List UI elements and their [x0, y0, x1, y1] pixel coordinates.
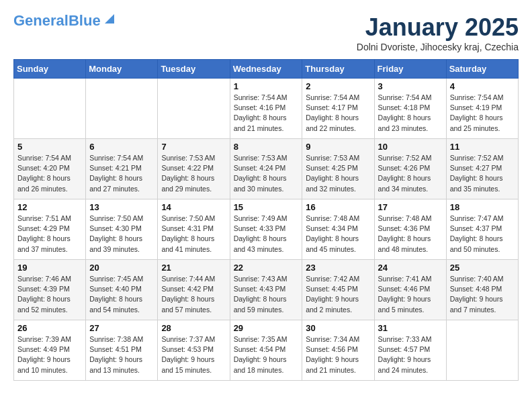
day-number: 16: [306, 202, 370, 212]
day-number: 9: [306, 142, 370, 152]
day-number: 7: [161, 142, 226, 152]
calendar-cell: 9Sunrise: 7:53 AM Sunset: 4:25 PM Daylig…: [302, 139, 374, 199]
page-header: GeneralBlue January 2025 Dolni Dvoriste,…: [13, 13, 519, 52]
logo-text: GeneralBlue: [13, 13, 101, 28]
day-info: Sunrise: 7:46 AM Sunset: 4:39 PM Dayligh…: [17, 274, 82, 315]
calendar-cell: 25Sunrise: 7:40 AM Sunset: 4:48 PM Dayli…: [446, 260, 518, 320]
day-number: 1: [234, 81, 299, 91]
calendar-cell: 23Sunrise: 7:42 AM Sunset: 4:45 PM Dayli…: [302, 260, 374, 320]
day-info: Sunrise: 7:40 AM Sunset: 4:48 PM Dayligh…: [450, 274, 515, 315]
day-info: Sunrise: 7:38 AM Sunset: 4:51 PM Dayligh…: [89, 334, 154, 375]
logo-icon: [102, 11, 117, 26]
calendar-cell: 28Sunrise: 7:37 AM Sunset: 4:53 PM Dayli…: [158, 320, 230, 381]
day-info: Sunrise: 7:47 AM Sunset: 4:37 PM Dayligh…: [450, 214, 515, 255]
calendar-cell: [14, 79, 86, 139]
calendar-body: 1Sunrise: 7:54 AM Sunset: 4:16 PM Daylig…: [14, 79, 519, 381]
calendar-cell: 12Sunrise: 7:51 AM Sunset: 4:29 PM Dayli…: [14, 199, 86, 260]
weekday-header-tuesday: Tuesday: [158, 60, 230, 79]
calendar-cell: 20Sunrise: 7:45 AM Sunset: 4:40 PM Dayli…: [86, 260, 158, 320]
day-info: Sunrise: 7:50 AM Sunset: 4:30 PM Dayligh…: [89, 214, 154, 255]
day-number: 11: [450, 142, 515, 152]
calendar-cell: 19Sunrise: 7:46 AM Sunset: 4:39 PM Dayli…: [14, 260, 86, 320]
day-number: 24: [378, 263, 443, 273]
day-number: 2: [306, 81, 370, 91]
calendar-cell: 2Sunrise: 7:54 AM Sunset: 4:17 PM Daylig…: [302, 79, 374, 139]
month-title: January 2025: [357, 13, 519, 42]
day-number: 6: [89, 142, 154, 152]
calendar-cell: 21Sunrise: 7:44 AM Sunset: 4:42 PM Dayli…: [158, 260, 230, 320]
day-number: 27: [89, 323, 154, 333]
day-number: 21: [161, 263, 226, 273]
day-number: 23: [306, 263, 370, 273]
calendar-cell: 7Sunrise: 7:53 AM Sunset: 4:22 PM Daylig…: [158, 139, 230, 199]
week-row-1: 1Sunrise: 7:54 AM Sunset: 4:16 PM Daylig…: [14, 79, 519, 139]
week-row-3: 12Sunrise: 7:51 AM Sunset: 4:29 PM Dayli…: [14, 199, 519, 260]
day-number: 29: [234, 323, 299, 333]
calendar-cell: 14Sunrise: 7:50 AM Sunset: 4:31 PM Dayli…: [158, 199, 230, 260]
weekday-row: SundayMondayTuesdayWednesdayThursdayFrid…: [14, 60, 519, 79]
week-row-2: 5Sunrise: 7:54 AM Sunset: 4:20 PM Daylig…: [14, 139, 519, 199]
day-number: 3: [378, 81, 443, 91]
calendar-cell: 24Sunrise: 7:41 AM Sunset: 4:46 PM Dayli…: [374, 260, 446, 320]
calendar-header: SundayMondayTuesdayWednesdayThursdayFrid…: [14, 60, 519, 79]
calendar-cell: 17Sunrise: 7:48 AM Sunset: 4:36 PM Dayli…: [374, 199, 446, 260]
calendar-cell: [86, 79, 158, 139]
calendar-cell: 26Sunrise: 7:39 AM Sunset: 4:49 PM Dayli…: [14, 320, 86, 381]
day-number: 15: [234, 202, 299, 212]
day-number: 4: [450, 81, 515, 91]
day-info: Sunrise: 7:48 AM Sunset: 4:34 PM Dayligh…: [306, 214, 370, 255]
day-number: 14: [161, 202, 226, 212]
day-number: 19: [17, 263, 82, 273]
day-info: Sunrise: 7:54 AM Sunset: 4:21 PM Dayligh…: [89, 153, 154, 194]
calendar-cell: 4Sunrise: 7:54 AM Sunset: 4:19 PM Daylig…: [446, 79, 518, 139]
day-info: Sunrise: 7:52 AM Sunset: 4:27 PM Dayligh…: [450, 153, 515, 194]
day-number: 30: [306, 323, 370, 333]
calendar-cell: 15Sunrise: 7:49 AM Sunset: 4:33 PM Dayli…: [230, 199, 302, 260]
day-number: 31: [378, 323, 443, 333]
day-info: Sunrise: 7:54 AM Sunset: 4:16 PM Dayligh…: [234, 93, 299, 134]
weekday-header-thursday: Thursday: [302, 60, 374, 79]
day-number: 17: [378, 202, 443, 212]
day-info: Sunrise: 7:45 AM Sunset: 4:40 PM Dayligh…: [89, 274, 154, 315]
day-info: Sunrise: 7:44 AM Sunset: 4:42 PM Dayligh…: [161, 274, 226, 315]
calendar-cell: 22Sunrise: 7:43 AM Sunset: 4:43 PM Dayli…: [230, 260, 302, 320]
calendar-cell: [158, 79, 230, 139]
calendar-cell: 10Sunrise: 7:52 AM Sunset: 4:26 PM Dayli…: [374, 139, 446, 199]
day-number: 28: [161, 323, 226, 333]
day-number: 8: [234, 142, 299, 152]
day-info: Sunrise: 7:54 AM Sunset: 4:17 PM Dayligh…: [306, 93, 370, 134]
day-info: Sunrise: 7:52 AM Sunset: 4:26 PM Dayligh…: [378, 153, 443, 194]
day-info: Sunrise: 7:53 AM Sunset: 4:22 PM Dayligh…: [161, 153, 226, 194]
week-row-4: 19Sunrise: 7:46 AM Sunset: 4:39 PM Dayli…: [14, 260, 519, 320]
day-number: 12: [17, 202, 82, 212]
day-info: Sunrise: 7:53 AM Sunset: 4:25 PM Dayligh…: [306, 153, 370, 194]
day-number: 18: [450, 202, 515, 212]
calendar-cell: 18Sunrise: 7:47 AM Sunset: 4:37 PM Dayli…: [446, 199, 518, 260]
location: Dolni Dvoriste, Jihocesky kraj, Czechia: [357, 42, 519, 52]
day-number: 10: [378, 142, 443, 152]
day-info: Sunrise: 7:35 AM Sunset: 4:54 PM Dayligh…: [234, 334, 299, 375]
day-info: Sunrise: 7:43 AM Sunset: 4:43 PM Dayligh…: [234, 274, 299, 315]
day-info: Sunrise: 7:34 AM Sunset: 4:56 PM Dayligh…: [306, 334, 370, 375]
calendar-cell: 29Sunrise: 7:35 AM Sunset: 4:54 PM Dayli…: [230, 320, 302, 381]
weekday-header-friday: Friday: [374, 60, 446, 79]
svg-marker-0: [105, 14, 114, 24]
calendar-cell: 3Sunrise: 7:54 AM Sunset: 4:18 PM Daylig…: [374, 79, 446, 139]
day-info: Sunrise: 7:50 AM Sunset: 4:31 PM Dayligh…: [161, 214, 226, 255]
calendar-cell: [446, 320, 518, 381]
weekday-header-saturday: Saturday: [446, 60, 518, 79]
day-info: Sunrise: 7:41 AM Sunset: 4:46 PM Dayligh…: [378, 274, 443, 315]
day-number: 26: [17, 323, 82, 333]
calendar-cell: 8Sunrise: 7:53 AM Sunset: 4:24 PM Daylig…: [230, 139, 302, 199]
calendar-cell: 31Sunrise: 7:33 AM Sunset: 4:57 PM Dayli…: [374, 320, 446, 381]
day-info: Sunrise: 7:54 AM Sunset: 4:18 PM Dayligh…: [378, 93, 443, 134]
title-section: January 2025 Dolni Dvoriste, Jihocesky k…: [357, 13, 519, 52]
logo: GeneralBlue: [13, 13, 117, 28]
day-number: 13: [89, 202, 154, 212]
day-info: Sunrise: 7:54 AM Sunset: 4:19 PM Dayligh…: [450, 93, 515, 134]
weekday-header-sunday: Sunday: [14, 60, 86, 79]
calendar-cell: 1Sunrise: 7:54 AM Sunset: 4:16 PM Daylig…: [230, 79, 302, 139]
day-info: Sunrise: 7:39 AM Sunset: 4:49 PM Dayligh…: [17, 334, 82, 375]
calendar-cell: 27Sunrise: 7:38 AM Sunset: 4:51 PM Dayli…: [86, 320, 158, 381]
calendar-cell: 13Sunrise: 7:50 AM Sunset: 4:30 PM Dayli…: [86, 199, 158, 260]
